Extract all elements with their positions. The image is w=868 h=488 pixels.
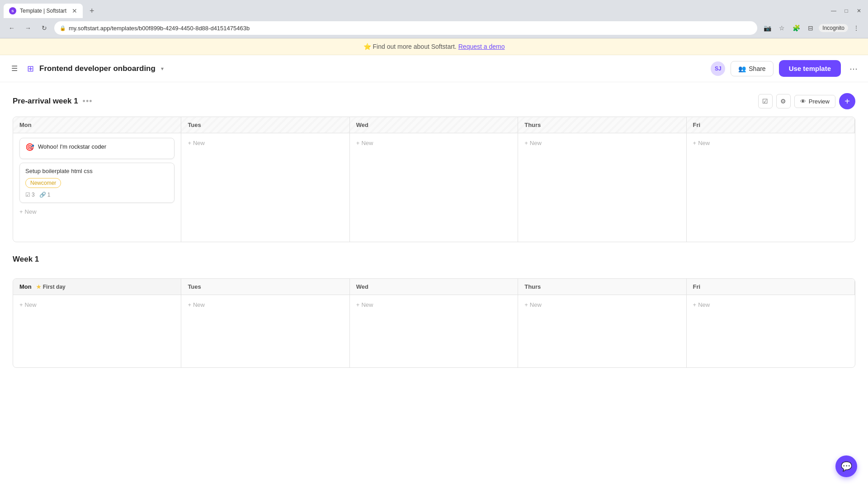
hamburger-icon: ☰ [11,64,18,73]
w1-thurs-plus-icon: + [524,301,528,308]
new-tab-button[interactable]: + [85,5,98,17]
task-card-rockstar[interactable]: 🎯 Wohoo! I'm rockstar coder [19,138,175,159]
checklist-view-button[interactable]: ☑ [758,94,773,108]
w1-mon-plus-icon: + [19,301,23,308]
mon-new-button[interactable]: + New [19,206,175,217]
w1-tues-new-label: New [193,301,205,308]
extension-icon[interactable]: 🧩 [790,22,802,34]
fri-label: Fri [693,122,701,128]
thurs-new-button[interactable]: + New [524,138,679,148]
maximize-button[interactable]: □ [841,5,852,16]
checklist-count: ☑ 3 [25,192,35,198]
pre-arrival-mon-header: Mon [13,117,181,133]
week1-fri-header: Fri [687,279,855,295]
active-tab[interactable]: S Template | Softstart ✕ [4,4,83,18]
request-demo-link[interactable]: Request a demo [458,43,505,50]
pre-arrival-section-header: Pre-arrival week 1 ••• ☑ ⚙ 👁 Preview + [13,93,855,109]
task-card-setup[interactable]: Setup boilerplate html css Newcomer ☑ 3 … [19,163,175,203]
url-bar[interactable]: 🔒 my.softstart.app/templates/b00f899b-42… [54,21,757,35]
week1-thurs-body: + New [518,295,686,367]
more-options-icon[interactable]: ⋮ [850,22,863,34]
w1-thurs-new-label: New [530,301,542,308]
pre-arrival-dots-button[interactable]: ••• [83,97,93,106]
w1-wed-new-label: New [361,301,373,308]
sidebar-icon[interactable]: ⊟ [804,22,817,34]
fri-new-plus-icon: + [693,140,697,146]
app-banner: ⭐ Find out more about Softstart. Request… [0,38,868,55]
first-day-badge: ★ First day [36,284,66,290]
banner-text: Find out more about Softstart. [373,43,457,50]
board-icon: ⊞ [27,64,34,74]
thurs-label: Thurs [524,122,541,128]
filter-button[interactable]: ⚙ [776,94,791,108]
title-dropdown-icon[interactable]: ▾ [161,66,164,72]
hamburger-button[interactable]: ☰ [7,61,22,76]
tab-close-icon[interactable]: ✕ [72,7,77,14]
w1-mon-new-label: New [25,301,37,308]
section-actions: ☑ ⚙ 👁 Preview + [758,93,855,109]
minimize-button[interactable]: ― [828,5,839,16]
pre-arrival-wed-body: + New [350,133,518,242]
wed-new-button[interactable]: + New [356,138,511,148]
week1-wed-header: Wed [350,279,518,295]
star-icon: ★ [36,284,41,290]
thurs-new-label: New [530,140,542,146]
share-icon: 👥 [738,65,746,72]
week1-wed-label: Wed [356,283,368,290]
forward-button[interactable]: → [22,22,34,34]
filter-icon: ⚙ [780,98,786,105]
project-title: Frontend developer onboarding [39,64,156,73]
week1-thurs-label: Thurs [524,283,541,290]
reload-button[interactable]: ↻ [38,22,51,34]
pre-arrival-tues-body: + New [181,133,349,242]
week1-mon-new-button[interactable]: + New [19,300,175,310]
browser-toolbar-icons: 📷 ☆ 🧩 ⊟ Incognito ⋮ [761,22,863,34]
card-tag-newcomer: Newcomer [25,178,61,188]
checklist-meta-icon: ☑ [25,192,30,198]
close-button[interactable]: ✕ [854,5,864,16]
pre-arrival-wed-header: Wed [350,117,518,133]
use-template-button[interactable]: Use template [779,60,841,77]
week1-section-header: Week 1 [13,255,855,271]
wed-new-plus-icon: + [356,140,360,146]
week1-fri-new-button[interactable]: + New [693,300,849,310]
week1-wed-body: + New [350,295,518,367]
card-task-text: Setup boilerplate html css [25,168,169,174]
fri-new-label: New [698,140,710,146]
share-label: Share [749,65,765,72]
pre-arrival-mon-body: 🎯 Wohoo! I'm rockstar coder Setup boiler… [13,133,181,242]
week1-wed-new-button[interactable]: + New [356,300,511,310]
week1-thurs-new-button[interactable]: + New [524,300,679,310]
back-button[interactable]: ← [5,22,18,34]
tues-label: Tues [188,122,201,128]
week1-tues-new-button[interactable]: + New [188,300,343,310]
bookmark-icon[interactable]: ☆ [775,22,788,34]
avatar[interactable]: SJ [711,61,725,76]
incognito-badge: Incognito [819,24,848,32]
mon-label: Mon [19,122,32,128]
pre-arrival-tues-header: Tues [181,117,349,133]
pre-arrival-fri-header: Fri [687,117,855,133]
main-content: Pre-arrival week 1 ••• ☑ ⚙ 👁 Preview + M… [0,82,868,391]
tab-bar: S Template | Softstart ✕ + ― □ ✕ [0,0,868,18]
w1-fri-new-label: New [698,301,710,308]
add-section-button[interactable]: + [839,93,855,109]
header-more-button[interactable]: ⋯ [846,61,861,76]
tues-new-button[interactable]: + New [188,138,343,148]
fri-new-button[interactable]: + New [693,138,849,148]
pre-arrival-fri-body: + New [687,133,855,242]
week1-fri-body: + New [687,295,855,367]
w1-tues-plus-icon: + [188,301,191,308]
preview-eye-icon: 👁 [800,98,806,105]
browser-chrome: S Template | Softstart ✕ + ― □ ✕ ← → ↻ 🔒… [0,0,868,38]
week1-calendar: Mon ★ First day Tues Wed Thurs Fri [13,278,855,368]
first-day-label: First day [43,284,66,290]
link-count-value: 1 [47,192,51,198]
screenshot-icon[interactable]: 📷 [761,22,774,34]
preview-button[interactable]: 👁 Preview [794,95,835,108]
checklist-icon: ☑ [762,98,768,105]
share-button[interactable]: 👥 Share [731,61,773,76]
card-header: 🎯 Wohoo! I'm rockstar coder [25,143,169,151]
checklist-count-value: 3 [32,192,35,198]
banner-emoji: ⭐ [363,43,371,50]
